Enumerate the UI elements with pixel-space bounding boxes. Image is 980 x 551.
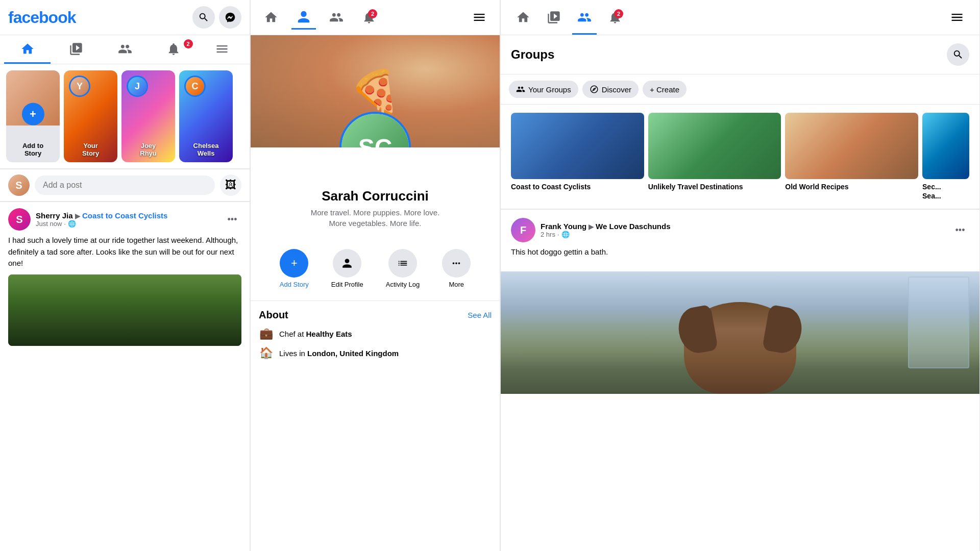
post-input[interactable] xyxy=(35,176,215,195)
left-nav-bar: facebook xyxy=(0,0,250,35)
create-group-filter[interactable]: + Create xyxy=(643,81,687,98)
group-post-text: This hot doggo gettin a bath. xyxy=(511,246,969,258)
right-menu-button[interactable] xyxy=(945,5,969,30)
mid-tab-notifications[interactable]: 2 xyxy=(357,5,381,30)
group-card-travel[interactable]: Unlikely Travel Destinations xyxy=(646,111,783,203)
edit-profile-icon xyxy=(333,249,361,278)
right-tab-notifications[interactable]: 2 xyxy=(603,5,627,30)
left-tab-bar: 2 xyxy=(0,35,250,64)
group-post: F Frank Young ▶ We Love Daschunds 2 hrs … xyxy=(501,210,979,271)
joey-label: JoeyRhyu xyxy=(121,142,175,157)
edit-profile-button[interactable]: Edit Profile xyxy=(323,245,372,292)
activity-log-button[interactable]: Activity Log xyxy=(378,245,428,292)
about-location-item: 🏠 Lives in London, United Kingdom xyxy=(259,346,492,360)
group-cards: Coast to Coast Cyclists Unlikely Travel … xyxy=(501,105,979,209)
post-user-info: Sherry Jia ▶ Coast to Coast Cyclists Jus… xyxy=(36,211,218,228)
messenger-button[interactable] xyxy=(219,6,241,29)
groups-title: Groups xyxy=(511,47,947,62)
right-tab-home[interactable] xyxy=(511,5,535,30)
group-post-header: F Frank Young ▶ We Love Daschunds 2 hrs … xyxy=(511,218,969,242)
profile-bio: More travel. More puppies. More love.Mor… xyxy=(261,207,489,229)
activity-log-label: Activity Log xyxy=(386,281,420,288)
location-icon: 🏠 xyxy=(259,346,273,360)
group-card-name-travel: Unlikely Travel Destinations xyxy=(648,182,781,191)
tab-home[interactable] xyxy=(4,35,51,64)
joey-story-card[interactable]: J JoeyRhyu xyxy=(121,70,175,162)
profile-cover: 🍕 SC xyxy=(251,35,500,147)
about-location: Lives in London, United Kingdom xyxy=(279,349,399,358)
see-all-button[interactable]: See All xyxy=(468,311,492,319)
add-story-profile-label: Add Story xyxy=(280,281,309,288)
chelsea-label: ChelseaWells xyxy=(179,142,233,157)
mid-tab-home[interactable] xyxy=(259,5,283,30)
post-more-button[interactable]: ••• xyxy=(223,210,241,229)
post-header: S Sherry Jia ▶ Coast to Coast Cyclists J… xyxy=(8,208,241,231)
chelsea-story-card[interactable]: C ChelseaWells xyxy=(179,70,233,162)
activity-log-icon xyxy=(388,249,417,278)
add-story-icon: + xyxy=(280,249,308,278)
about-title: About xyxy=(259,309,288,321)
group-card-sea[interactable]: Sec...Sea... xyxy=(920,111,971,203)
profile-info: Sarah Corruccini More travel. More puppi… xyxy=(251,188,500,245)
group-post-meta: 2 hrs · 🌐 xyxy=(541,231,946,238)
tab-menu[interactable] xyxy=(199,35,246,64)
create-label: + Create xyxy=(650,85,679,94)
edit-profile-label: Edit Profile xyxy=(331,281,363,288)
tab-groups[interactable] xyxy=(102,35,148,64)
more-profile-button[interactable]: More xyxy=(434,245,479,292)
search-button[interactable] xyxy=(192,6,215,29)
profile-name: Sarah Corruccini xyxy=(261,188,489,204)
group-card-cyclists[interactable]: Coast to Coast Cyclists xyxy=(509,111,646,203)
right-panel: 2 Groups Your Groups Discover + Create C… xyxy=(500,0,980,551)
more-label: More xyxy=(449,281,464,288)
group-post-more-button[interactable]: ••• xyxy=(951,221,969,239)
discover-filter[interactable]: Discover xyxy=(582,81,639,98)
profile-pic-container: SC xyxy=(339,112,411,147)
right-notification-badge: 2 xyxy=(614,9,623,18)
group-card-name-recipes: Old World Recipes xyxy=(785,182,918,191)
group-post-image xyxy=(501,271,979,394)
mid-notification-badge: 2 xyxy=(368,9,377,18)
post-user-name: Sherry Jia ▶ Coast to Coast Cyclists xyxy=(36,211,218,220)
mid-tab-profile[interactable] xyxy=(291,5,316,30)
tab-notifications[interactable]: 2 xyxy=(150,35,197,64)
about-work-item: 💼 Chef at Healthy Eats xyxy=(259,327,492,340)
right-tab-video[interactable] xyxy=(542,5,566,30)
group-card-img-sea xyxy=(922,113,969,179)
profile-actions: + Add Story Edit Profile Activity Log Mo… xyxy=(251,245,500,301)
about-header: About See All xyxy=(259,309,492,321)
group-card-img-recipes xyxy=(785,113,918,179)
post-text: I had such a lovely time at our ride tog… xyxy=(8,235,241,269)
profile-pic: SC xyxy=(339,112,411,147)
right-tab-groups[interactable] xyxy=(572,5,597,30)
notification-badge: 2 xyxy=(184,39,193,48)
group-card-recipes[interactable]: Old World Recipes xyxy=(783,111,920,203)
group-poster-info: Frank Young ▶ We Love Daschunds 2 hrs · … xyxy=(541,222,946,238)
post-image xyxy=(8,274,241,346)
more-icon xyxy=(442,249,471,278)
stories-container: + Add toStory Y YourStory J JoeyRhyu C C… xyxy=(0,64,250,168)
middle-nav: 2 xyxy=(251,0,500,35)
add-story-profile-button[interactable]: + Add Story xyxy=(272,245,317,292)
sherry-avatar: S xyxy=(8,208,31,231)
tab-video[interactable] xyxy=(53,35,99,64)
groups-filter-bar: Your Groups Discover + Create xyxy=(501,74,979,105)
groups-search-button[interactable] xyxy=(947,43,969,66)
about-section: About See All 💼 Chef at Healthy Eats 🏠 L… xyxy=(251,301,500,374)
group-card-img-cyclists xyxy=(511,113,644,179)
mid-tab-groups[interactable] xyxy=(324,5,349,30)
group-poster-name: Frank Young ▶ We Love Daschunds xyxy=(541,222,946,231)
add-story-card[interactable]: + Add toStory xyxy=(6,70,60,162)
add-photo-button[interactable]: 🖼 xyxy=(220,174,241,196)
discover-label: Discover xyxy=(602,85,631,94)
groups-header: Groups xyxy=(501,35,979,74)
your-story-card[interactable]: Y YourStory xyxy=(64,70,117,162)
your-story-avatar: Y xyxy=(70,77,89,95)
facebook-logo: facebook xyxy=(8,8,188,27)
your-groups-label: Your Groups xyxy=(528,85,571,94)
left-panel: facebook 2 xyxy=(0,0,250,551)
your-groups-filter[interactable]: Your Groups xyxy=(509,81,578,98)
mid-menu-button[interactable] xyxy=(467,5,492,30)
frank-avatar: F xyxy=(511,218,535,242)
feed-post: S Sherry Jia ▶ Coast to Coast Cyclists J… xyxy=(0,202,250,346)
